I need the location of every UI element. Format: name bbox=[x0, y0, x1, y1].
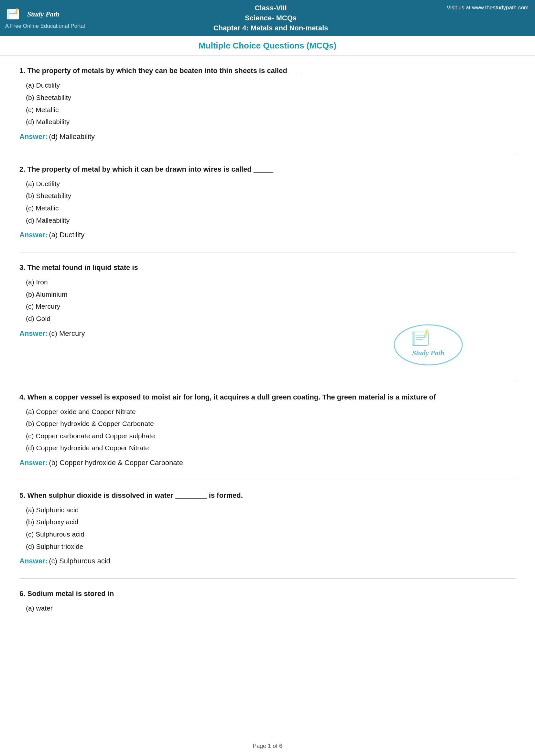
option-2a: (a) Ductility bbox=[26, 178, 516, 189]
option-6a: (a) water bbox=[26, 603, 516, 614]
answer-label-2: Answer: bbox=[19, 231, 47, 239]
option-2c: (c) Metallic bbox=[26, 202, 516, 214]
answer-block-2: Answer: (a) Ductility bbox=[19, 231, 516, 239]
tagline: A Free Online Educational Portal bbox=[5, 23, 85, 29]
answer-block-5: Answer: (c) Sulphurous acid bbox=[19, 557, 516, 565]
answer-block-4: Answer: (b) Copper hydroxide & Copper Ca… bbox=[19, 459, 516, 467]
footer: Page 1 of 6 bbox=[0, 743, 535, 749]
svg-text:Study Path: Study Path bbox=[412, 349, 444, 357]
website-url: Visit us at www.thestudypath.com bbox=[447, 5, 528, 11]
question-block-6: 6. Sodium metal is stored in (a) water bbox=[19, 588, 516, 614]
option-4d: (d) Copper hydroxide and Copper Nitrate bbox=[26, 443, 516, 453]
question-text-3: 3. The metal found in liquid state is bbox=[19, 262, 516, 273]
question-block-4: 4. When a copper vessel is exposed to mo… bbox=[19, 392, 516, 467]
header-chapter: Chapter 4: Metals and Non-metals bbox=[213, 23, 328, 33]
option-4b: (b) Copper hydroxide & Copper Carbonate bbox=[26, 418, 516, 429]
answer-block-1: Answer: (d) Malleability bbox=[19, 132, 516, 141]
option-5a: (a) Sulphuric acid bbox=[26, 504, 516, 516]
question-text-5: 5. When sulphur dioxide is dissolved in … bbox=[19, 490, 516, 501]
divider-1 bbox=[19, 154, 516, 154]
logo-container: Study Path bbox=[5, 7, 60, 22]
question-text-4: 4. When a copper vessel is exposed to mo… bbox=[19, 392, 516, 402]
header-center: Class-VIII Science- MCQs Chapter 4: Meta… bbox=[103, 0, 438, 36]
question-text-2: 2. The property of metal by which it can… bbox=[19, 164, 516, 175]
mcq-title: Multiple Choice Questions (MCQs) bbox=[199, 41, 336, 50]
question-block-2: 2. The property of metal by which it can… bbox=[19, 164, 516, 239]
logo-text: Study Path bbox=[27, 10, 60, 18]
svg-rect-9 bbox=[413, 332, 415, 345]
option-3a: (a) Iron bbox=[26, 277, 516, 288]
option-4c: (c) Copper carbonate and Copper sulphate bbox=[26, 431, 516, 442]
option-1d: (d) Malleability bbox=[26, 116, 516, 127]
option-1c: (c) Metallic bbox=[26, 104, 516, 115]
svg-rect-1 bbox=[8, 9, 9, 19]
option-2b: (b) Sheetability bbox=[26, 190, 516, 202]
question-text-6: 6. Sodium metal is stored in bbox=[19, 588, 516, 599]
answer-text-5: (c) Sulphurous acid bbox=[49, 557, 110, 565]
option-2d: (d) Malleability bbox=[26, 215, 516, 226]
watermark-logo-svg: Study Path bbox=[393, 322, 464, 367]
mcq-title-bar: Multiple Choice Questions (MCQs) bbox=[0, 36, 535, 56]
header: Study Path A Free Online Educational Por… bbox=[0, 0, 535, 36]
answer-label-5: Answer: bbox=[19, 557, 47, 565]
question-block-5: 5. When sulphur dioxide is dissolved in … bbox=[19, 490, 516, 565]
divider-2 bbox=[19, 252, 516, 253]
answer-text-1: (d) Malleability bbox=[49, 132, 95, 141]
answer-label-1: Answer: bbox=[19, 132, 47, 141]
question-block-1: 1. The property of metals by which they … bbox=[19, 65, 516, 141]
content-area: 1. The property of metals by which they … bbox=[0, 56, 535, 636]
option-4a: (a) Copper oxide and Copper Nitrate bbox=[26, 406, 516, 417]
option-1b: (b) Sheetability bbox=[26, 92, 516, 103]
page-wrapper: Study Path A Free Online Educational Por… bbox=[0, 0, 535, 756]
watermark-container: Study Path bbox=[393, 322, 464, 369]
option-3c: (c) Mercury bbox=[26, 301, 516, 312]
divider-5 bbox=[19, 578, 516, 579]
answer-text-3: (c) Mercury bbox=[49, 329, 85, 338]
footer-text: Page 1 of 6 bbox=[253, 743, 282, 749]
svg-rect-13 bbox=[424, 329, 428, 337]
header-subject: Science- MCQs bbox=[245, 13, 296, 23]
studypath-logo-icon bbox=[5, 7, 25, 22]
answer-label-4: Answer: bbox=[19, 459, 47, 467]
option-5b: (b) Sulphoxy acid bbox=[26, 517, 516, 527]
answer-text-4: (b) Copper hydroxide & Copper Carbonate bbox=[49, 459, 183, 467]
option-5c: (c) Sulphurous acid bbox=[26, 529, 516, 540]
answer-text-2: (a) Ductility bbox=[49, 231, 84, 239]
option-5d: (d) Sulphur trioxide bbox=[26, 541, 516, 552]
header-class: Class-VIII bbox=[255, 3, 287, 13]
logo-section: Study Path A Free Online Educational Por… bbox=[0, 0, 103, 36]
answer-label-3: Answer: bbox=[19, 329, 47, 338]
divider-3 bbox=[19, 382, 516, 382]
question-text-1: 1. The property of metals by which they … bbox=[19, 65, 516, 76]
option-1a: (a) Ductility bbox=[26, 80, 516, 91]
divider-4 bbox=[19, 480, 516, 480]
option-3b: (b) Aluminium bbox=[26, 289, 516, 300]
header-right: Visit us at www.thestudypath.com bbox=[438, 0, 535, 36]
question-block-3: 3. The metal found in liquid state is (a… bbox=[19, 262, 516, 368]
